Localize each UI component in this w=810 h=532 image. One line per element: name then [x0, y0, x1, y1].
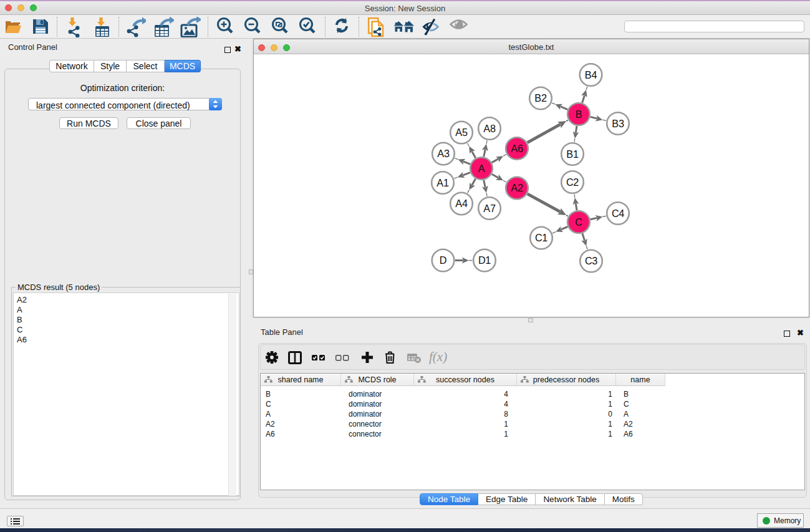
svg-text:B1: B1	[566, 148, 579, 160]
svg-text:C4: C4	[612, 208, 624, 219]
svg-text:A8: A8	[483, 123, 496, 134]
svg-text:D: D	[440, 254, 446, 266]
svg-text:B3: B3	[612, 118, 624, 129]
svg-text:A1: A1	[436, 177, 449, 188]
svg-text:A6: A6	[511, 143, 523, 154]
svg-text:B: B	[576, 109, 582, 120]
svg-text:A3: A3	[437, 148, 450, 159]
svg-text:C: C	[575, 216, 582, 228]
svg-text:A5: A5	[455, 127, 468, 138]
svg-text:B4: B4	[585, 69, 597, 80]
svg-text:B2: B2	[534, 92, 547, 104]
svg-text:A4: A4	[455, 198, 468, 209]
svg-text:C2: C2	[566, 177, 579, 188]
svg-text:A: A	[478, 163, 485, 174]
svg-text:A7: A7	[483, 203, 496, 214]
svg-text:C3: C3	[585, 255, 597, 266]
svg-text:A2: A2	[511, 182, 523, 193]
svg-text:C1: C1	[535, 232, 547, 243]
svg-text:D1: D1	[478, 254, 491, 266]
